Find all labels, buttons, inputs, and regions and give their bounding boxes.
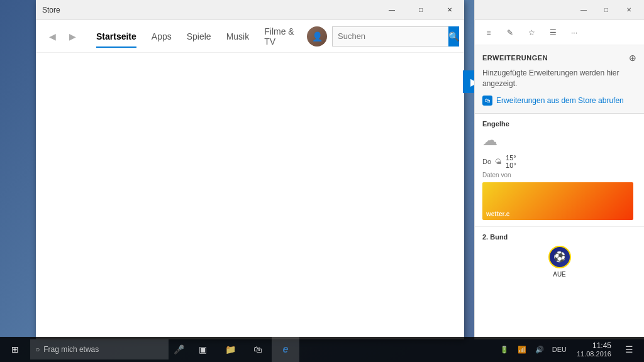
store-nav: ◀ ▶ Startseite Apps Spiele Musik Filme &… xyxy=(36,20,464,53)
edge-maximize-button[interactable]: □ xyxy=(596,1,616,19)
nav-back-button[interactable]: ◀ xyxy=(42,26,62,47)
task-view-icon: ▣ xyxy=(199,344,207,354)
nav-games[interactable]: Spiele xyxy=(179,28,219,45)
close-button[interactable]: ✕ xyxy=(435,0,464,20)
window-controls: — □ ✕ xyxy=(377,0,464,19)
store-taskbar-icon: 🛍 xyxy=(253,344,262,354)
forecast-high: 15° xyxy=(506,154,516,162)
network-icon[interactable]: 📶 xyxy=(514,341,530,358)
team-badge-icon: ⚽ xyxy=(548,246,571,268)
nav-home[interactable]: Startseite xyxy=(89,28,144,45)
taskbar: ⊞ ○ Frag mich etwas 🎤 ▣ 📁 🛍 e 🔋 📶 🔊 DEU … xyxy=(0,337,644,362)
extensions-store-link[interactable]: 🛍 Erweiterungen aus dem Store abrufen xyxy=(482,96,636,106)
team-name: AUE xyxy=(553,271,566,278)
nav-forward-button[interactable]: ▶ xyxy=(62,26,82,47)
nav-links: Startseite Apps Spiele Musik Filme & TV xyxy=(82,23,307,50)
football-section: 2. Bund ⚽ AUE xyxy=(475,227,644,284)
forecast-low: 10° xyxy=(506,162,516,169)
nav-movies[interactable]: Filme & TV xyxy=(257,23,307,50)
search-area: 👤 🔍 xyxy=(307,26,458,47)
football-team: ⚽ AUE xyxy=(482,246,636,278)
nav-music[interactable]: Musik xyxy=(219,28,257,45)
store-icon: 🛍 xyxy=(482,96,492,106)
nav-apps[interactable]: Apps xyxy=(144,28,179,45)
minimize-button[interactable]: — xyxy=(377,0,406,20)
weather-forecast: Do 🌤 15° 10° xyxy=(482,154,636,169)
user-avatar[interactable]: 👤 xyxy=(307,26,327,47)
battery-icon[interactable]: 🔋 xyxy=(497,341,512,358)
extensions-panel: ERWEITERUNGEN ⊕ Hinzugefügte Erweiterung… xyxy=(475,45,644,114)
file-explorer-button[interactable]: 📁 xyxy=(216,337,244,362)
start-icon: ⊞ xyxy=(11,344,19,354)
weather-tile[interactable]: wetter.c xyxy=(482,182,633,220)
extensions-pin-button[interactable]: ⊕ xyxy=(629,53,636,63)
edge-minimize-button[interactable]: — xyxy=(574,1,594,19)
reading-view-icon[interactable]: ≡ xyxy=(480,24,497,41)
taskbar-tray: 🔋 📶 🔊 DEU 11:45 11.08.2016 ☰ xyxy=(492,337,644,362)
microphone-button[interactable]: 🎤 xyxy=(169,337,189,362)
extensions-title: ERWEITERUNGEN xyxy=(482,54,548,62)
maximize-button[interactable]: □ xyxy=(406,0,435,20)
weather-data-source: Daten von xyxy=(482,172,636,178)
task-view-button[interactable]: ▣ xyxy=(189,337,216,362)
extensions-store-link-text[interactable]: Erweiterungen aus dem Store abrufen xyxy=(496,96,624,105)
taskbar-search-text: Frag mich etwas xyxy=(43,345,99,354)
edge-icon: e xyxy=(283,344,289,355)
system-clock[interactable]: 11:45 11.08.2016 xyxy=(572,341,616,358)
favorites-icon[interactable]: ☆ xyxy=(523,24,540,41)
store-window: Store — □ ✕ ◀ ▶ Startseite Apps Spiele M… xyxy=(36,0,464,339)
weather-section: Engelhe ☁ Do 🌤 15° 10° Daten von wetter.… xyxy=(475,114,644,227)
store-titlebar: Store — □ ✕ xyxy=(36,0,464,20)
search-input[interactable] xyxy=(333,31,448,41)
web-notes-icon[interactable]: ✎ xyxy=(501,24,519,41)
clock-date: 11.08.2016 xyxy=(577,350,611,358)
weather-current: ☁ xyxy=(482,131,636,149)
forecast-icon: 🌤 xyxy=(495,158,502,165)
store-taskbar-button[interactable]: 🛍 xyxy=(244,337,272,362)
start-button[interactable]: ⊞ xyxy=(0,337,30,362)
folder-icon: 📁 xyxy=(225,344,236,354)
edge-panel: — □ ✕ ≡ ✎ ☆ ☰ ··· ERWEITERUNGEN ⊕ Hinzug… xyxy=(474,0,644,339)
edge-close-button[interactable]: ✕ xyxy=(619,1,639,19)
store-title: Store xyxy=(42,6,60,14)
taskbar-search[interactable]: ○ Frag mich etwas xyxy=(30,339,169,359)
search-box: 🔍 xyxy=(332,26,458,47)
notification-button[interactable]: ☰ xyxy=(619,337,639,362)
store-content xyxy=(36,53,464,339)
more-icon[interactable]: ··· xyxy=(565,24,583,41)
weather-tile-label: wetter.c xyxy=(486,211,509,217)
hub-icon[interactable]: ☰ xyxy=(544,24,562,41)
edge-taskbar-button[interactable]: e xyxy=(272,337,299,362)
edge-titlebar: — □ ✕ xyxy=(475,0,644,20)
extensions-header: ERWEITERUNGEN ⊕ xyxy=(482,53,636,63)
edge-toolbar: ≡ ✎ ☆ ☰ ··· xyxy=(475,20,644,45)
football-title: 2. Bund xyxy=(482,233,636,241)
extensions-info-text: Hinzugefügte Erweiterungen werden hier a… xyxy=(482,68,636,89)
search-circle-icon: ○ xyxy=(35,345,40,354)
clock-time: 11:45 xyxy=(592,341,611,350)
language-indicator[interactable]: DEU xyxy=(550,346,569,353)
search-button[interactable]: 🔍 xyxy=(448,26,459,47)
cloud-icon: ☁ xyxy=(482,131,497,149)
weather-location: Engelhe xyxy=(482,120,636,128)
forecast-day: Do xyxy=(482,158,491,165)
volume-icon[interactable]: 🔊 xyxy=(532,341,547,358)
